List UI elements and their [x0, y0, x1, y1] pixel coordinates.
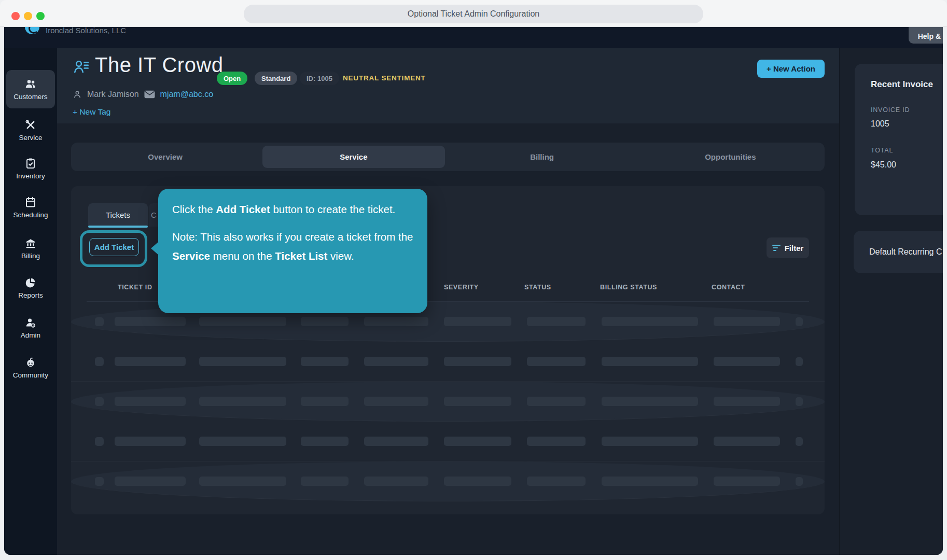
tab-overview[interactable]: Overview [74, 146, 256, 168]
minimize-window-button[interactable] [24, 12, 32, 20]
sidebar-item-inventory[interactable]: Inventory [6, 149, 55, 188]
close-window-button[interactable] [11, 12, 20, 20]
skeleton-square [796, 477, 803, 486]
skeleton-row [71, 382, 825, 422]
section-tabs: Overview Service Billing Opportunities [71, 143, 825, 171]
billing-icon [24, 237, 37, 249]
customer-id-badge: ID: 1005 [300, 72, 339, 85]
skeleton-bar [301, 397, 349, 406]
skeleton-bar [444, 357, 511, 366]
sidebar-item-label: Billing [21, 252, 40, 260]
invoice-id-value: 1005 [871, 119, 889, 129]
filter-button[interactable]: Filter [767, 237, 809, 258]
customer-list-icon [73, 58, 90, 75]
skeleton-bar [444, 317, 511, 326]
skeleton-bar [527, 397, 586, 406]
sidebar-item-service[interactable]: Service [6, 111, 55, 149]
tab-tickets[interactable]: Tickets [88, 203, 148, 227]
skeleton-bar [364, 357, 428, 366]
skeleton-bar [199, 477, 286, 486]
new-action-button[interactable]: + New Action [757, 60, 825, 78]
sidebar-item-billing[interactable]: Billing [6, 229, 55, 268]
skeleton-bar [602, 437, 698, 446]
skeleton-bar [199, 317, 286, 326]
default-recurring-card[interactable]: Default Recurring C [854, 231, 943, 273]
skeleton-bar [527, 357, 586, 366]
skeleton-bar [115, 437, 186, 446]
screen: Optional Ticket Admin Configuration Iron… [0, 0, 947, 560]
brand: Ironclad Solutions, LLC [25, 27, 126, 35]
skeleton-bar [714, 317, 780, 326]
skeleton-square [95, 317, 104, 326]
skeleton-square [796, 357, 803, 366]
tier-badge: Standard [255, 72, 297, 85]
customer-name: The IT Crowd [95, 53, 224, 77]
skeleton-bar [301, 477, 349, 486]
sidebar-item-community[interactable]: Community [6, 348, 55, 387]
skeleton-bar [602, 477, 698, 486]
recent-invoice-card: Recent Invoice INVOICE ID 1005 TOTAL $45… [855, 64, 943, 215]
scheduling-icon [24, 196, 37, 208]
help-button[interactable]: Help & [909, 27, 943, 44]
window-titlebar: Optional Ticket Admin Configuration [0, 0, 947, 27]
skeleton-bar [527, 477, 586, 486]
right-panel: Recent Invoice INVOICE ID 1005 TOTAL $45… [839, 48, 943, 555]
column-header-status: STATUS [524, 284, 551, 291]
sidebar-item-label: Inventory [16, 172, 45, 180]
sidebar-item-admin[interactable]: Admin [6, 309, 55, 347]
brand-name: Ironclad Solutions, LLC [46, 27, 126, 35]
skeleton-row [71, 461, 825, 501]
skeleton-bar [444, 477, 511, 486]
skeleton-row [71, 342, 825, 382]
sidebar-item-label: Scheduling [13, 211, 48, 219]
tickets-tab-underline [88, 226, 148, 228]
sidebar-item-label: Reports [18, 291, 43, 299]
filter-label: Filter [785, 244, 804, 253]
invoice-total-label: TOTAL [871, 147, 893, 154]
column-header-ticket-id: TICKET ID [118, 284, 152, 291]
filter-icon [772, 245, 781, 251]
skeleton-square [796, 317, 803, 326]
zoom-window-button[interactable] [36, 12, 45, 20]
skeleton-bar [714, 397, 780, 406]
tab-service[interactable]: Service [262, 146, 444, 168]
column-header-severity: SEVERITY [444, 284, 479, 291]
contact-name: Mark Jamison [87, 90, 139, 99]
customer-header: The IT Crowd Open Standard ID: 1005 NEUT… [57, 48, 839, 123]
new-tag-link[interactable]: + New Tag [73, 107, 110, 117]
community-icon [24, 356, 37, 369]
skeleton-bar [364, 437, 428, 446]
contact-email-link[interactable]: mjam@abc.co [160, 90, 214, 99]
tab-billing[interactable]: Billing [451, 146, 633, 168]
tooltip-paragraph-1: Click the Add Ticket button to create th… [172, 200, 413, 219]
sidebar-item-label: Admin [21, 331, 40, 339]
sidebar-item-label: Customers [13, 93, 47, 101]
skeleton-bar [444, 437, 511, 446]
app-topbar: Ironclad Solutions, LLC Help & [4, 27, 943, 48]
skeleton-bar [602, 397, 698, 406]
sentiment-label: NEUTRAL SENTIMENT [343, 74, 426, 82]
mail-icon [144, 90, 155, 99]
sidebar-item-customers[interactable]: Customers [6, 70, 55, 108]
invoice-id-label: INVOICE ID [871, 106, 910, 114]
skeleton-bar [602, 317, 698, 326]
skeleton-bar [364, 397, 428, 406]
sidebar-item-label: Service [19, 134, 42, 142]
skeleton-bar [199, 437, 286, 446]
column-header-billing-status: BILLING STATUS [600, 284, 657, 291]
brand-logo-icon [25, 27, 39, 34]
skeleton-bar [364, 477, 428, 486]
tab-opportunities[interactable]: Opportunities [639, 146, 821, 168]
add-ticket-button[interactable]: Add Ticket [89, 238, 139, 256]
tooltip-paragraph-2: Note: This also works if you create a ti… [172, 227, 413, 265]
skeleton-bar [527, 437, 586, 446]
window-title: Optional Ticket Admin Configuration [244, 5, 703, 23]
skeleton-bar [301, 357, 349, 366]
skeleton-bar [115, 317, 186, 326]
sidebar: Customers Service Inventory Scheduling B… [4, 48, 57, 555]
sidebar-item-reports[interactable]: Reports [6, 269, 55, 307]
sidebar-item-scheduling[interactable]: Scheduling [6, 188, 55, 227]
recent-invoice-title: Recent Invoice [871, 79, 933, 90]
contact-row: Mark Jamison mjam@abc.co [73, 90, 213, 99]
skeleton-bar [527, 317, 586, 326]
